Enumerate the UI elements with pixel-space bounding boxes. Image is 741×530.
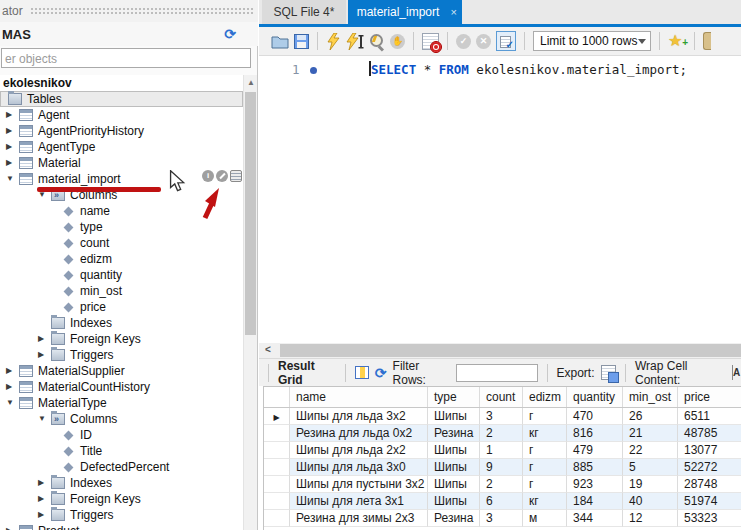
tree-item-schema[interactable]: ekolesnikov xyxy=(0,75,243,91)
execute-icon[interactable] xyxy=(326,33,340,50)
cell[interactable]: 2 xyxy=(480,476,523,493)
tree-item-tables[interactable]: Tables xyxy=(0,91,243,107)
cell[interactable]: 26 xyxy=(623,408,678,425)
column-header[interactable]: edizm xyxy=(523,387,567,407)
tree-item-table[interactable]: Agent xyxy=(0,107,243,123)
scrollbar-thumb[interactable] xyxy=(245,92,256,335)
tree-item-indexes[interactable]: Indexes xyxy=(0,315,243,331)
autocommit-toggle-icon[interactable] xyxy=(496,31,516,51)
table-row[interactable]: Шипы для лета 3x1 Шипы 6 кг 184 40 51974 xyxy=(264,493,741,510)
cell[interactable]: 470 xyxy=(567,408,623,425)
cell[interactable]: 1 xyxy=(480,442,523,459)
cell[interactable]: Шипы для льда 3x0 xyxy=(290,459,428,476)
cell[interactable]: 9 xyxy=(480,459,523,476)
table-row[interactable]: Шипы для льда 2x2 Шипы 1 г 479 22 13077 xyxy=(264,442,741,459)
tree-item-triggers[interactable]: Triggers xyxy=(0,507,243,523)
cell[interactable]: 3 xyxy=(480,510,523,527)
cell[interactable]: г xyxy=(523,459,567,476)
expand-icon[interactable] xyxy=(38,475,51,491)
cell[interactable]: г xyxy=(523,408,567,425)
tree-item-materialtype[interactable]: MaterialType xyxy=(0,395,243,411)
cell[interactable]: 479 xyxy=(567,442,623,459)
table-row[interactable]: Шипы для льда 3x0 Шипы 9 г 885 5 52272 xyxy=(264,459,741,476)
limit-rows-dropdown[interactable]: Limit to 1000 rows xyxy=(533,31,651,51)
cell[interactable]: 885 xyxy=(567,459,623,476)
cell[interactable]: кг xyxy=(523,425,567,442)
tree-item-foreign-keys[interactable]: Foreign Keys xyxy=(0,491,243,507)
new-snippet-star-icon[interactable]: ★ xyxy=(668,32,686,50)
filter-rows-input[interactable] xyxy=(456,364,538,382)
tab-material-import[interactable]: material_import × xyxy=(348,0,462,24)
tree-item-column[interactable]: price xyxy=(0,299,243,315)
column-header[interactable]: quantity xyxy=(567,387,623,407)
tree-item-column[interactable]: type xyxy=(0,219,243,235)
cell[interactable]: Шипы xyxy=(428,459,480,476)
column-header[interactable]: price xyxy=(678,387,741,407)
row-selector[interactable] xyxy=(264,493,290,510)
cell[interactable]: 52272 xyxy=(678,459,741,476)
tree-item-column[interactable]: count xyxy=(0,235,243,251)
tree-item-column[interactable]: min_ost xyxy=(0,283,243,299)
beautify-icon[interactable] xyxy=(703,32,711,50)
tree-item-table[interactable]: Product xyxy=(0,523,243,530)
tree-item-indexes[interactable]: Indexes xyxy=(0,475,243,491)
column-header[interactable]: type xyxy=(428,387,480,407)
tab-sql-file[interactable]: SQL File 4* xyxy=(262,0,346,24)
refresh-schemas-icon[interactable]: ⟳ xyxy=(224,27,236,41)
scroll-up-icon[interactable]: ▲ xyxy=(244,75,258,90)
cell[interactable]: 13077 xyxy=(678,442,741,459)
sql-code-editor[interactable]: 1 SELECT * FROM ekolesnikov.material_imp… xyxy=(259,56,741,343)
cell[interactable]: 22 xyxy=(623,442,678,459)
collapse-icon[interactable] xyxy=(38,411,51,427)
expand-icon[interactable] xyxy=(6,379,19,395)
cell[interactable]: Шипы для лета 3x1 xyxy=(290,493,428,510)
cell[interactable]: 184 xyxy=(567,493,623,510)
cell[interactable]: Шипы xyxy=(428,442,480,459)
scrollbar-thumb[interactable] xyxy=(280,344,741,357)
cell[interactable]: 12 xyxy=(623,510,678,527)
column-header[interactable]: min_ost xyxy=(623,387,678,407)
explain-icon[interactable] xyxy=(369,33,385,49)
cell[interactable]: 816 xyxy=(567,425,623,442)
cell[interactable]: 28748 xyxy=(678,476,741,493)
expand-icon[interactable] xyxy=(6,155,19,171)
tree-scrollbar[interactable]: ▲ xyxy=(243,75,257,530)
expand-icon[interactable] xyxy=(6,523,19,530)
tree-item-table[interactable]: Material xyxy=(0,155,243,171)
collapse-icon[interactable] xyxy=(6,395,19,411)
execute-current-icon[interactable] xyxy=(345,33,364,50)
row-selector[interactable] xyxy=(264,459,290,476)
cell[interactable]: Резина xyxy=(428,510,480,527)
refresh-results-icon[interactable]: ⟳ xyxy=(375,366,387,380)
cell[interactable]: Резина для зимы 2x3 xyxy=(290,510,428,527)
tree-item-column[interactable]: ID xyxy=(0,427,243,443)
table-row[interactable]: Шипы для льда 3x2 Шипы 3 г 470 26 6511 xyxy=(264,408,741,425)
wrap-cell-content-icon[interactable]: A xyxy=(732,365,741,380)
cell[interactable]: Резина xyxy=(428,425,480,442)
tree-item-column[interactable]: DefectedPercent xyxy=(0,459,243,475)
expand-icon[interactable] xyxy=(38,347,51,363)
tree-item-column[interactable]: edizm xyxy=(0,251,243,267)
expand-icon[interactable] xyxy=(6,363,19,379)
scroll-left-icon[interactable]: < xyxy=(265,344,271,355)
export-icon[interactable] xyxy=(601,365,616,380)
schema-filter-input[interactable]: er objects xyxy=(1,48,251,68)
row-selector[interactable] xyxy=(264,510,290,527)
open-file-icon[interactable] xyxy=(271,34,289,49)
close-tab-icon[interactable]: × xyxy=(451,0,457,24)
stop-on-error-icon[interactable] xyxy=(422,33,439,50)
expand-icon[interactable] xyxy=(6,139,19,155)
cell[interactable]: 19 xyxy=(623,476,678,493)
cell[interactable]: 51974 xyxy=(678,493,741,510)
row-selector[interactable] xyxy=(264,442,290,459)
cell[interactable]: 6 xyxy=(480,493,523,510)
save-icon[interactable] xyxy=(294,34,309,49)
cell[interactable]: Шипы для льда 2x2 xyxy=(290,442,428,459)
table-maintenance-icon[interactable] xyxy=(216,170,228,182)
expand-icon[interactable] xyxy=(6,107,19,123)
cell[interactable]: 40 xyxy=(623,493,678,510)
tree-item-table[interactable]: AgentType xyxy=(0,139,243,155)
cell[interactable]: 53323 xyxy=(678,510,741,527)
table-row[interactable]: Резина для зимы 2x3 Резина 3 м 344 12 53… xyxy=(264,510,741,527)
tree-item-table[interactable]: AgentPriorityHistory xyxy=(0,123,243,139)
